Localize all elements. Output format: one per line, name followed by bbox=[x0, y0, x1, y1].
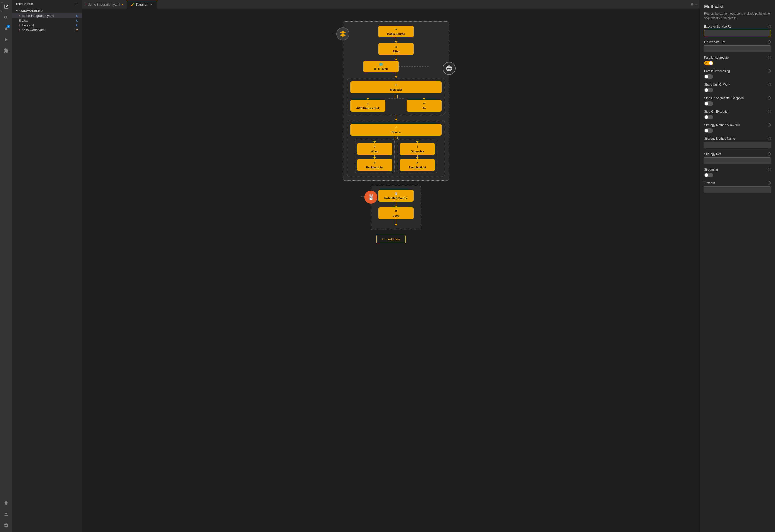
otherwise-node[interactable]: ! Otherwise bbox=[400, 143, 435, 155]
canvas-area[interactable]: ✦ Kafka Source ⧖ Filter bbox=[82, 9, 700, 532]
choice-node[interactable]: ⚡ Choice bbox=[350, 124, 442, 136]
search-icon[interactable] bbox=[2, 13, 11, 22]
share-unit-of-work-group: Share Unit Of Work ⓘ bbox=[704, 82, 771, 92]
run-icon[interactable] bbox=[2, 35, 11, 44]
streaming-group: Streaming ⓘ bbox=[704, 167, 771, 177]
share-unit-of-work-info[interactable]: ⓘ bbox=[768, 82, 771, 87]
executor-service-ref-info[interactable]: ⓘ bbox=[768, 24, 771, 29]
on-prepare-ref-group: On Prepare Ref ⓘ bbox=[704, 40, 771, 52]
more-actions-icon[interactable]: ··· bbox=[695, 3, 698, 6]
share-unit-of-work-toggle[interactable] bbox=[704, 88, 713, 92]
streaming-info[interactable]: ⓘ bbox=[768, 167, 771, 172]
stop-on-exception-info[interactable]: ⓘ bbox=[768, 109, 771, 114]
recipient-list-1-icon: ✔ bbox=[373, 161, 376, 165]
arrow-aws bbox=[367, 98, 369, 100]
flow1-box: ✦ Kafka Source ⧖ Filter bbox=[343, 21, 449, 181]
stop-on-aggregate-exception-info[interactable]: ⓘ bbox=[768, 96, 771, 100]
kafka-source-node[interactable]: ✦ Kafka Source bbox=[378, 26, 414, 37]
stop-on-exception-group: Stop On Exception ⓘ bbox=[704, 109, 771, 119]
streaming-label: Streaming ⓘ bbox=[704, 167, 771, 172]
arrow-otherwise bbox=[416, 141, 419, 143]
strategy-ref-info[interactable]: ⓘ bbox=[768, 152, 771, 156]
to-node[interactable]: ✔ To bbox=[407, 100, 442, 112]
settings-icon[interactable] bbox=[2, 521, 11, 530]
tab-demo-integration[interactable]: ! demo-integration.yaml ● bbox=[82, 0, 127, 9]
camel-icon[interactable] bbox=[2, 499, 11, 508]
tab-close-button[interactable]: ✕ bbox=[150, 3, 154, 7]
on-prepare-ref-info[interactable]: ⓘ bbox=[768, 40, 771, 44]
project-label: ▾ KARAVAN-DEMO bbox=[12, 8, 82, 13]
strategy-method-allow-null-label: Strategy Method Allow Null ⓘ bbox=[704, 123, 771, 127]
timeout-group: Timeout ⓘ bbox=[704, 181, 771, 193]
canvas-wrapper: ✦ Kafka Source ⧖ Filter bbox=[87, 14, 695, 251]
when-node[interactable]: ? When bbox=[357, 143, 392, 155]
explorer-icon[interactable] bbox=[2, 2, 11, 11]
sidebar: Explorer ··· ▾ KARAVAN-DEMO ! demo-integ… bbox=[12, 0, 82, 532]
otherwise-conn bbox=[417, 155, 418, 157]
timeout-info[interactable]: ⓘ bbox=[768, 181, 771, 185]
parallel-aggregate-group: Parallel Aggregate ⓘ ✓ bbox=[704, 55, 771, 65]
otherwise-icon: ! bbox=[417, 145, 418, 149]
parallel-aggregate-toggle[interactable]: ✓ bbox=[704, 61, 713, 65]
stop-on-exception-label: Stop On Exception ⓘ bbox=[704, 109, 771, 114]
karavan-flow-icon[interactable] bbox=[336, 27, 349, 40]
http-sink-node[interactable]: 🌐 HTTP Sink bbox=[363, 61, 399, 72]
strategy-method-allow-null-info[interactable]: ⓘ bbox=[768, 123, 771, 127]
arrow-otherwise-2 bbox=[416, 157, 419, 159]
sidebar-item-file-txt[interactable]: file.txt U bbox=[12, 18, 82, 23]
aws-kinesis-icon: ≡ bbox=[367, 102, 369, 105]
strategy-method-name-input[interactable] bbox=[704, 142, 771, 148]
stop-on-exception-toggle[interactable] bbox=[704, 115, 713, 119]
strategy-method-name-info[interactable]: ⓘ bbox=[768, 136, 771, 141]
on-prepare-ref-input[interactable] bbox=[704, 45, 771, 52]
parallel-aggregate-label: Parallel Aggregate ⓘ bbox=[704, 55, 771, 60]
kafka-source-icon: ✦ bbox=[395, 28, 397, 31]
parallel-aggregate-info[interactable]: ⓘ bbox=[768, 55, 771, 60]
aws-kinesis-node[interactable]: ≡ AWS Kinesis Sink bbox=[350, 100, 385, 112]
parallel-processing-info[interactable]: ⓘ bbox=[768, 69, 771, 73]
account-icon[interactable] bbox=[2, 510, 11, 519]
arrow-4 bbox=[395, 119, 397, 121]
when-conn bbox=[374, 155, 375, 157]
extensions-icon[interactable] bbox=[2, 46, 11, 55]
strategy-ref-input[interactable] bbox=[704, 157, 771, 164]
add-flow-button[interactable]: + + Add flow bbox=[376, 235, 406, 243]
arrow-5 bbox=[395, 206, 397, 207]
tab-excl-icon: ! bbox=[86, 3, 86, 6]
rabbitmq-source-node[interactable]: 🐰 RabbitMQ Source bbox=[378, 190, 414, 202]
mc-connector-r bbox=[397, 95, 398, 98]
sidebar-item-file-yaml[interactable]: ! file.yaml U bbox=[12, 23, 82, 28]
strategy-method-allow-null-toggle[interactable] bbox=[704, 128, 713, 133]
split-editor-icon[interactable]: ⧉ bbox=[691, 2, 693, 6]
sidebar-item-demo-integration[interactable]: ! demo-integration.yaml U bbox=[12, 13, 82, 18]
filter-node[interactable]: ⧖ Filter bbox=[378, 43, 414, 55]
strategy-method-allow-null-toggle-container bbox=[704, 128, 771, 133]
arrow-when-2 bbox=[373, 157, 376, 159]
parallel-processing-toggle-container bbox=[704, 74, 771, 79]
more-icon[interactable]: ··· bbox=[74, 2, 78, 6]
timeout-input[interactable] bbox=[704, 186, 771, 193]
http-sink-float-icon[interactable] bbox=[443, 62, 456, 75]
recipient-list-2-node[interactable]: ✔ RecipientList bbox=[400, 159, 435, 171]
multicast-icon: ✛ bbox=[395, 83, 397, 87]
right-panel: Multicast Routes the same message to mul… bbox=[700, 0, 775, 532]
parallel-processing-toggle[interactable] bbox=[704, 74, 713, 79]
source-control-icon[interactable]: 1 bbox=[2, 24, 11, 33]
streaming-toggle[interactable] bbox=[704, 173, 713, 177]
loop-node[interactable]: ↺ Loop bbox=[378, 207, 414, 219]
tab-karavan[interactable]: 🥕 Karavan ✕ bbox=[127, 0, 157, 9]
choice-column: ⚡ Choice bbox=[350, 124, 442, 173]
sidebar-item-hello-world[interactable]: ! hello-world.yaml M bbox=[12, 28, 82, 32]
add-icon: + bbox=[382, 237, 384, 241]
stop-on-aggregate-exception-toggle[interactable] bbox=[704, 101, 713, 106]
choice-icon: ⚡ bbox=[394, 126, 398, 129]
loop-icon: ↺ bbox=[395, 209, 397, 213]
tab-modified-dot: ● bbox=[122, 3, 123, 6]
multicast-node[interactable]: ✛ Multicast bbox=[350, 81, 442, 93]
parallel-processing-group: Parallel Processing ⓘ bbox=[704, 69, 771, 79]
executor-service-ref-input[interactable] bbox=[704, 30, 771, 36]
recipient-list-1-node[interactable]: ✔ RecipientList bbox=[357, 159, 392, 171]
rabbitmq-float-icon[interactable]: 🐰 bbox=[364, 191, 377, 204]
connector-3 bbox=[396, 72, 396, 76]
arrow-1 bbox=[395, 41, 397, 43]
